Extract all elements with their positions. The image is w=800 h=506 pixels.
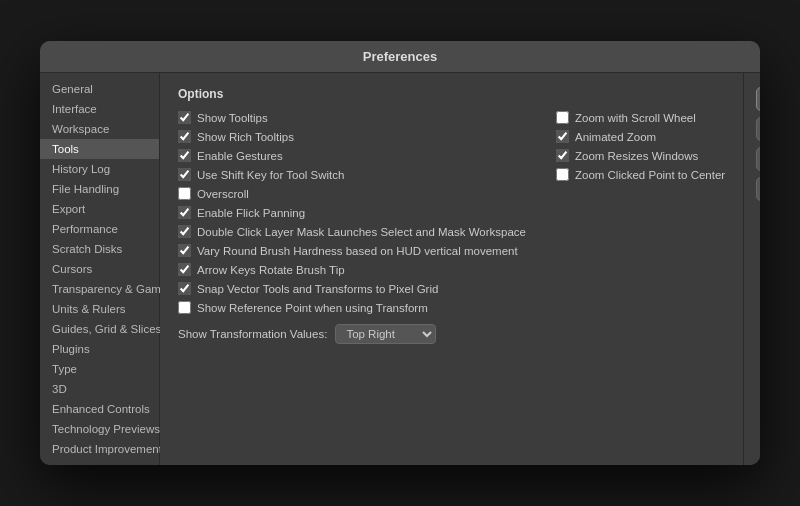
sidebar-item-units---rulers[interactable]: Units & Rulers (40, 299, 159, 319)
left-option-checkbox-1[interactable] (178, 130, 191, 143)
next-button[interactable]: Next (756, 177, 760, 201)
sidebar-item-3d[interactable]: 3D (40, 379, 159, 399)
left-option-row-1: Show Rich Tooltips (178, 130, 526, 143)
section-title: Options (178, 87, 725, 101)
sidebar-item-performance[interactable]: Performance (40, 219, 159, 239)
left-option-row-6: Double Click Layer Mask Launches Select … (178, 225, 526, 238)
sidebar-item-cursors[interactable]: Cursors (40, 259, 159, 279)
right-option-checkbox-1[interactable] (556, 130, 569, 143)
sidebar-item-tools[interactable]: Tools (40, 139, 159, 159)
left-option-row-7: Vary Round Brush Hardness based on HUD v… (178, 244, 526, 257)
sidebar-item-workspace[interactable]: Workspace (40, 119, 159, 139)
dialog-body: GeneralInterfaceWorkspaceToolsHistory Lo… (40, 73, 760, 465)
left-option-row-10: Show Reference Point when using Transfor… (178, 301, 526, 314)
left-option-checkbox-6[interactable] (178, 225, 191, 238)
left-option-checkbox-3[interactable] (178, 168, 191, 181)
left-option-row-3: Use Shift Key for Tool Switch (178, 168, 526, 181)
left-option-label-7[interactable]: Vary Round Brush Hardness based on HUD v… (197, 245, 518, 257)
cancel-button[interactable]: Cancel (756, 117, 760, 141)
left-option-row-5: Enable Flick Panning (178, 206, 526, 219)
transform-row: Show Transformation Values: Top LeftTop … (178, 324, 725, 344)
options-grid: Show TooltipsShow Rich TooltipsEnable Ge… (178, 111, 725, 314)
right-option-checkbox-3[interactable] (556, 168, 569, 181)
left-option-row-2: Enable Gestures (178, 149, 526, 162)
left-option-checkbox-2[interactable] (178, 149, 191, 162)
right-option-row-2: Zoom Resizes Windows (556, 149, 725, 162)
left-option-label-10[interactable]: Show Reference Point when using Transfor… (197, 302, 428, 314)
right-option-checkbox-2[interactable] (556, 149, 569, 162)
left-option-row-0: Show Tooltips (178, 111, 526, 124)
left-option-checkbox-10[interactable] (178, 301, 191, 314)
sidebar-item-history-log[interactable]: History Log (40, 159, 159, 179)
right-option-row-0: Zoom with Scroll Wheel (556, 111, 725, 124)
left-option-label-3[interactable]: Use Shift Key for Tool Switch (197, 169, 344, 181)
left-options-col: Show TooltipsShow Rich TooltipsEnable Ge… (178, 111, 526, 314)
left-option-label-2[interactable]: Enable Gestures (197, 150, 283, 162)
sidebar-item-general[interactable]: General (40, 79, 159, 99)
left-option-label-8[interactable]: Arrow Keys Rotate Brush Tip (197, 264, 345, 276)
left-option-row-9: Snap Vector Tools and Transforms to Pixe… (178, 282, 526, 295)
left-option-label-9[interactable]: Snap Vector Tools and Transforms to Pixe… (197, 283, 438, 295)
right-option-row-1: Animated Zoom (556, 130, 725, 143)
dialog-title: Preferences (40, 41, 760, 73)
sidebar: GeneralInterfaceWorkspaceToolsHistory Lo… (40, 73, 160, 465)
right-option-label-1[interactable]: Animated Zoom (575, 131, 656, 143)
sidebar-item-type[interactable]: Type (40, 359, 159, 379)
left-option-checkbox-8[interactable] (178, 263, 191, 276)
preferences-dialog: Preferences GeneralInterfaceWorkspaceToo… (40, 41, 760, 465)
left-option-label-4[interactable]: Overscroll (197, 188, 249, 200)
left-option-label-6[interactable]: Double Click Layer Mask Launches Select … (197, 226, 526, 238)
left-option-label-0[interactable]: Show Tooltips (197, 112, 268, 124)
transform-select[interactable]: Top LeftTop RightBottom LeftBottom Right (335, 324, 436, 344)
sidebar-item-export[interactable]: Export (40, 199, 159, 219)
right-option-row-3: Zoom Clicked Point to Center (556, 168, 725, 181)
ok-button[interactable]: OK (756, 87, 760, 111)
right-option-checkbox-0[interactable] (556, 111, 569, 124)
sidebar-item-scratch-disks[interactable]: Scratch Disks (40, 239, 159, 259)
prev-button[interactable]: Prev (756, 147, 760, 171)
right-option-label-3[interactable]: Zoom Clicked Point to Center (575, 169, 725, 181)
sidebar-item-product-improvement[interactable]: Product Improvement (40, 439, 159, 459)
right-options-col: Zoom with Scroll WheelAnimated ZoomZoom … (556, 111, 725, 314)
sidebar-item-plugins[interactable]: Plugins (40, 339, 159, 359)
main-content: Options Show TooltipsShow Rich TooltipsE… (160, 73, 743, 465)
sidebar-item-file-handling[interactable]: File Handling (40, 179, 159, 199)
left-option-checkbox-0[interactable] (178, 111, 191, 124)
left-option-label-5[interactable]: Enable Flick Panning (197, 207, 305, 219)
left-option-checkbox-7[interactable] (178, 244, 191, 257)
left-option-checkbox-9[interactable] (178, 282, 191, 295)
right-option-label-0[interactable]: Zoom with Scroll Wheel (575, 112, 696, 124)
left-option-row-8: Arrow Keys Rotate Brush Tip (178, 263, 526, 276)
left-option-label-1[interactable]: Show Rich Tooltips (197, 131, 294, 143)
left-option-row-4: Overscroll (178, 187, 526, 200)
sidebar-item-technology-previews[interactable]: Technology Previews (40, 419, 159, 439)
right-option-label-2[interactable]: Zoom Resizes Windows (575, 150, 698, 162)
sidebar-item-interface[interactable]: Interface (40, 99, 159, 119)
transform-label: Show Transformation Values: (178, 328, 327, 340)
left-option-checkbox-5[interactable] (178, 206, 191, 219)
left-option-checkbox-4[interactable] (178, 187, 191, 200)
sidebar-item-enhanced-controls[interactable]: Enhanced Controls (40, 399, 159, 419)
right-buttons: OK Cancel Prev Next (743, 73, 760, 465)
sidebar-item-transparency---gamut[interactable]: Transparency & Gamut (40, 279, 159, 299)
sidebar-item-guides--grid---slices[interactable]: Guides, Grid & Slices (40, 319, 159, 339)
